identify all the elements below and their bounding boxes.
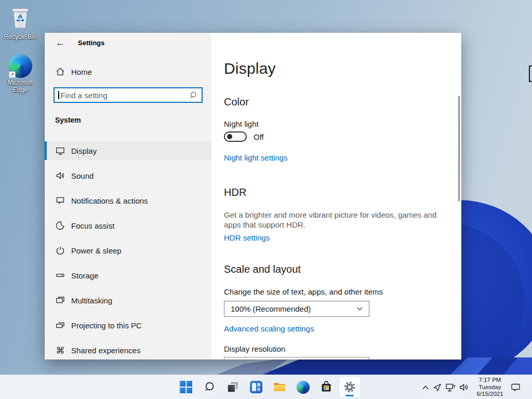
location-icon[interactable] <box>433 383 442 392</box>
search-icon <box>189 91 197 99</box>
night-light-state: Off <box>254 132 264 141</box>
settings-icon <box>343 380 356 394</box>
recycle-bin-shortcut[interactable]: Recycle Bin <box>0 4 41 41</box>
color-section-heading: Color <box>224 96 249 108</box>
sidebar-item-label: Notifications & actions <box>71 196 148 205</box>
start-icon <box>180 381 192 393</box>
task-view-button[interactable] <box>222 377 243 397</box>
multitasking-icon <box>55 295 65 305</box>
file-explorer-icon <box>273 381 286 393</box>
night-light-toggle[interactable] <box>224 131 247 142</box>
chevron-up-icon[interactable] <box>422 384 429 390</box>
focus-assist-icon <box>55 220 65 231</box>
window-title: Settings <box>78 39 104 47</box>
taskbar: 7:17 PM Tuesday 6/15/2021 <box>0 375 532 399</box>
sidebar-item-storage[interactable]: Storage <box>45 266 211 285</box>
clock-day: Tuesday <box>473 384 507 391</box>
projecting-icon <box>55 320 65 330</box>
taskbar-center-buttons <box>176 377 360 397</box>
chevron-down-icon <box>357 307 363 311</box>
notifications-icon <box>55 195 65 206</box>
notification-icon[interactable] <box>511 383 521 392</box>
search-icon <box>203 381 216 393</box>
edge-icon <box>297 381 310 394</box>
edge-icon: ↗ <box>8 54 32 78</box>
clock-time: 7:17 PM <box>473 377 507 384</box>
scale-section-heading: Scale and layout <box>224 263 301 275</box>
shortcut-arrow-icon: ↗ <box>9 71 16 78</box>
sidebar-item-label: Storage <box>71 271 99 280</box>
desktop: Recycle Bin ↗ Microsoft Edge ← Settings … <box>0 0 532 399</box>
advanced-scaling-link[interactable]: Advanced scaling settings <box>224 324 314 333</box>
store-button[interactable] <box>316 377 337 397</box>
sidebar-item-sound[interactable]: Sound <box>45 166 211 185</box>
sidebar-item-label: Shared experiences <box>71 346 140 355</box>
sidebar-item-notifications[interactable]: Notifications & actions <box>45 191 211 210</box>
sidebar-item-label: Multitasking <box>71 296 112 305</box>
sidebar-nav: Display Sound <box>45 141 211 360</box>
sidebar-item-power-sleep[interactable]: Power & sleep <box>45 241 211 260</box>
recycle-bin-icon <box>8 23 32 32</box>
sidebar-item-home[interactable]: Home <box>45 64 211 79</box>
edge-label: Microsoft Edge <box>4 79 37 94</box>
hdr-section-heading: HDR <box>224 187 246 198</box>
home-icon <box>55 66 65 77</box>
ibeam-cursor <box>528 65 532 82</box>
display-resolution-label: Display resolution <box>224 344 285 353</box>
page-title: Display <box>224 60 276 77</box>
widgets-icon <box>250 381 262 393</box>
sidebar-section-title: System <box>55 116 81 124</box>
taskbar-edge-button[interactable] <box>292 377 313 397</box>
power-icon <box>55 245 65 256</box>
edge-shortcut[interactable]: ↗ Microsoft Edge <box>0 54 41 94</box>
night-light-label: Night light <box>224 119 259 128</box>
display-icon <box>55 145 65 156</box>
scale-dropdown[interactable]: 100% (Recommended) <box>224 301 369 317</box>
network-icon[interactable] <box>445 383 456 392</box>
sidebar-item-label: Power & sleep <box>71 246 122 255</box>
start-button[interactable] <box>176 377 196 397</box>
sidebar-item-display[interactable]: Display <box>45 141 211 160</box>
scale-size-label: Change the size of text, apps, and other… <box>224 287 383 296</box>
display-settings-page: Display Color Night light Off Night ligh… <box>211 33 461 360</box>
settings-window: ← Settings Home System <box>45 33 461 360</box>
widgets-button[interactable] <box>246 377 267 397</box>
hdr-description: Get a brighter and more vibrant picture … <box>224 210 448 230</box>
home-label: Home <box>71 68 92 76</box>
sidebar-item-multitasking[interactable]: Multitasking <box>45 291 211 310</box>
sidebar-item-shared-experiences[interactable]: Shared experiences <box>45 341 211 360</box>
sidebar-item-label: Sound <box>71 171 94 180</box>
sidebar-item-label: Projecting to this PC <box>71 321 142 330</box>
store-icon <box>320 381 332 393</box>
settings-search-box[interactable] <box>54 87 203 103</box>
back-button[interactable]: ← <box>53 37 68 49</box>
sidebar-item-projecting[interactable]: Projecting to this PC <box>45 316 211 335</box>
clock-date: 6/15/2021 <box>473 391 507 398</box>
search-input[interactable] <box>61 91 190 100</box>
settings-button[interactable] <box>339 377 360 397</box>
shared-experiences-icon <box>55 345 65 355</box>
hdr-settings-link[interactable]: HDR settings <box>224 233 270 242</box>
content-scrollbar[interactable] <box>458 96 460 201</box>
scale-dropdown-value: 100% (Recommended) <box>231 304 357 313</box>
recycle-bin-label: Recycle Bin <box>0 33 41 41</box>
task-view-icon <box>227 381 239 393</box>
resolution-dropdown[interactable] <box>224 357 369 360</box>
taskbar-search-button[interactable] <box>199 377 220 397</box>
system-tray: 7:17 PM Tuesday 6/15/2021 <box>422 375 521 399</box>
taskbar-clock[interactable]: 7:17 PM Tuesday 6/15/2021 <box>473 377 507 398</box>
sidebar-item-focus-assist[interactable]: Focus assist <box>45 216 211 235</box>
settings-sidebar: ← Settings Home System <box>45 33 211 360</box>
sidebar-item-label: Focus assist <box>71 221 114 230</box>
sound-icon <box>55 170 65 181</box>
volume-icon[interactable] <box>459 383 469 392</box>
sidebar-item-label: Display <box>71 147 97 155</box>
night-light-settings-link[interactable]: Night light settings <box>224 153 288 162</box>
storage-icon <box>55 270 65 281</box>
file-explorer-button[interactable] <box>269 377 290 397</box>
night-light-toggle-row: Off <box>224 131 264 142</box>
text-caret <box>58 91 59 99</box>
